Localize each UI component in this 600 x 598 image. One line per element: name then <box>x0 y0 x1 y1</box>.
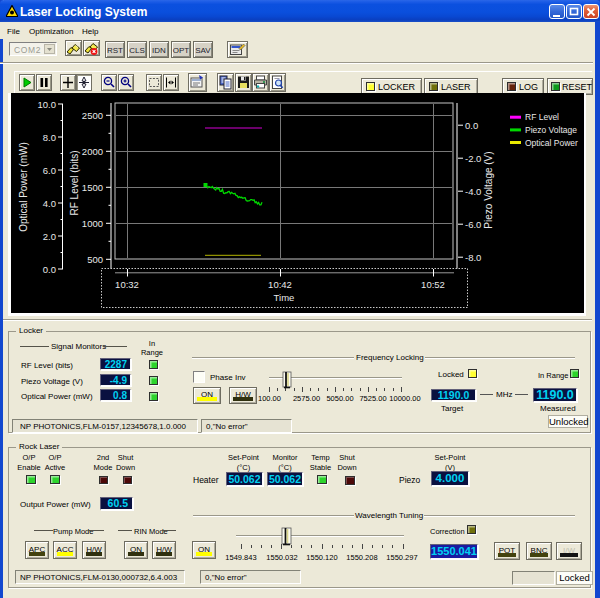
svg-text:1000: 1000 <box>82 218 103 229</box>
svg-text:RF Level (bits): RF Level (bits) <box>69 150 80 215</box>
svg-text:7525.00: 7525.00 <box>359 394 386 403</box>
svg-text:1549.843: 1549.843 <box>225 553 256 562</box>
svg-text:0.0: 0.0 <box>43 264 56 275</box>
svg-text:10:32: 10:32 <box>115 279 139 290</box>
svg-text:2500: 2500 <box>82 110 103 121</box>
svg-text:Piezo Voltage (V): Piezo Voltage (V) <box>483 151 494 228</box>
svg-text:10.0: 10.0 <box>38 99 57 110</box>
svg-text:2.0: 2.0 <box>43 231 56 242</box>
svg-text:10000.00: 10000.00 <box>389 394 420 403</box>
svg-text:Optical Power: Optical Power <box>525 138 578 148</box>
svg-text:1550.297: 1550.297 <box>386 553 417 562</box>
svg-text:100.00: 100.00 <box>258 394 281 403</box>
svg-text:1550.032: 1550.032 <box>266 553 297 562</box>
svg-text:2575.00: 2575.00 <box>293 394 320 403</box>
svg-text:1550.120: 1550.120 <box>306 553 337 562</box>
svg-text:RF Level: RF Level <box>525 112 559 122</box>
svg-text:0.0: 0.0 <box>465 120 478 131</box>
svg-text:4.0: 4.0 <box>43 198 56 209</box>
svg-text:2000: 2000 <box>82 146 103 157</box>
svg-text:1500: 1500 <box>82 182 103 193</box>
svg-text:6.0: 6.0 <box>43 165 56 176</box>
svg-text:1550.208: 1550.208 <box>346 553 377 562</box>
svg-text:Piezo Voltage: Piezo Voltage <box>525 125 577 135</box>
svg-text:10:42: 10:42 <box>268 279 292 290</box>
svg-text:-2.0: -2.0 <box>465 153 481 164</box>
svg-text:8.0: 8.0 <box>43 132 56 143</box>
svg-text:-4.0: -4.0 <box>465 186 481 197</box>
svg-text:500: 500 <box>87 254 103 265</box>
svg-text:-8.0: -8.0 <box>465 252 481 263</box>
svg-text:Time: Time <box>274 292 295 303</box>
svg-text:Optical Power (mW): Optical Power (mW) <box>18 142 29 231</box>
svg-text:-6.0: -6.0 <box>465 219 481 230</box>
svg-text:5050.00: 5050.00 <box>326 394 353 403</box>
svg-text:10:52: 10:52 <box>421 279 445 290</box>
